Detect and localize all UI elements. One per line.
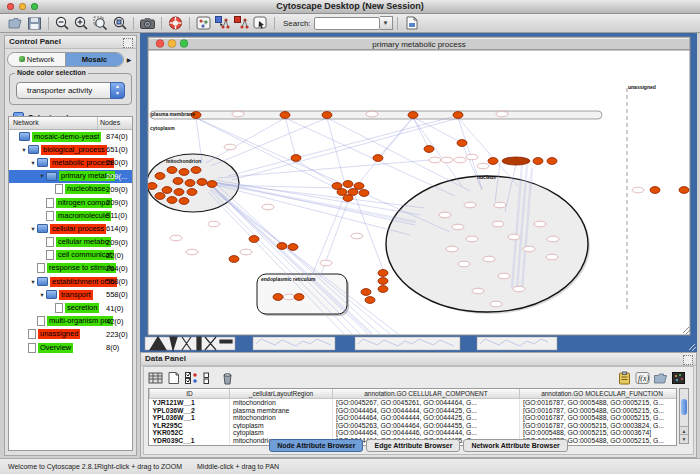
- node[interactable]: [378, 286, 388, 293]
- label-node[interactable]: [523, 246, 535, 252]
- unselect-attributes-icon[interactable]: [202, 371, 217, 385]
- attribute-matrix-icon[interactable]: [148, 371, 163, 385]
- label-node[interactable]: [466, 236, 478, 242]
- label-node[interactable]: [513, 286, 525, 292]
- node[interactable]: [488, 158, 498, 165]
- select-attributes-icon[interactable]: [184, 371, 199, 385]
- tree-row[interactable]: cell communicat22(0): [9, 249, 132, 262]
- label-node[interactable]: [170, 235, 182, 241]
- tab-network-attribute-browser[interactable]: Network Attribute Browser: [463, 439, 567, 452]
- node[interactable]: [322, 112, 332, 119]
- frame-close-icon[interactable]: [156, 40, 164, 48]
- node[interactable]: [424, 146, 434, 153]
- label-node[interactable]: [186, 249, 198, 255]
- node[interactable]: [167, 197, 177, 204]
- label-node[interactable]: [446, 246, 458, 252]
- label-node[interactable]: [366, 111, 378, 117]
- delete-attribute-icon[interactable]: [220, 371, 235, 385]
- tree-row[interactable]: ▼establishment of lo558(0): [9, 275, 132, 288]
- create-attribute-icon[interactable]: [166, 371, 181, 385]
- label-node[interactable]: [546, 254, 558, 260]
- tree-row[interactable]: ▼cellular process614(0): [9, 222, 132, 235]
- label-node[interactable]: [439, 212, 451, 218]
- function-builder-icon[interactable]: f(x): [635, 371, 650, 385]
- node[interactable]: [408, 112, 418, 119]
- tab-edge-attribute-browser[interactable]: Edge Attribute Browser: [366, 439, 460, 452]
- node[interactable]: [378, 270, 388, 277]
- label-node[interactable]: [320, 260, 332, 266]
- tree-row[interactable]: ▼biological_process651(0): [9, 143, 132, 156]
- node[interactable]: [173, 178, 183, 185]
- node[interactable]: [185, 180, 195, 187]
- search-combo-arrow[interactable]: ▼: [380, 16, 393, 30]
- float-panel-icon[interactable]: [683, 355, 693, 365]
- label-node[interactable]: [498, 273, 510, 279]
- label-node[interactable]: [458, 261, 470, 267]
- label-node[interactable]: [534, 221, 546, 227]
- float-panel-icon[interactable]: [123, 38, 133, 48]
- node[interactable]: [179, 198, 189, 205]
- background-window-strip[interactable]: [253, 337, 335, 350]
- tree-row[interactable]: response to stimulu264(0): [9, 262, 132, 275]
- node[interactable]: [533, 158, 543, 165]
- annotation-tool-icon[interactable]: [252, 15, 269, 31]
- node[interactable]: [207, 181, 217, 188]
- node[interactable]: [365, 297, 375, 304]
- attribute-row[interactable]: YKR052Ccytoplasm[GO:0044464, GO:0044446,…: [150, 429, 678, 437]
- node[interactable]: [280, 112, 290, 119]
- label-node[interactable]: [240, 249, 252, 255]
- label-node[interactable]: [224, 144, 236, 150]
- dropdown-stepper-icon[interactable]: ▲▼: [110, 82, 125, 99]
- label-node[interactable]: [494, 202, 506, 208]
- node[interactable]: [294, 294, 304, 301]
- tree-row[interactable]: mosaic-demo-yeast874(0): [9, 130, 132, 143]
- scrollbar-thumb[interactable]: [681, 399, 687, 415]
- tree-row[interactable]: nitrogen compo209(0): [9, 196, 132, 209]
- node[interactable]: [343, 195, 353, 202]
- label-node[interactable]: [283, 294, 295, 300]
- attribute-row[interactable]: YPL036W__2plasma membrane[GO:0044464, GO…: [150, 407, 678, 415]
- tree-row[interactable]: Overview8(0): [9, 341, 132, 354]
- node[interactable]: [155, 173, 165, 180]
- attribute-row[interactable]: YLR295Ccytoplasm[GO:0045263, GO:0044464,…: [150, 422, 678, 430]
- node[interactable]: [191, 167, 201, 174]
- node[interactable]: [337, 189, 347, 196]
- node[interactable]: [288, 244, 298, 251]
- node[interactable]: [361, 289, 371, 296]
- frame-zoom-icon[interactable]: [180, 40, 188, 48]
- tree-row[interactable]: nucleobase-209(0): [9, 183, 132, 196]
- node[interactable]: [147, 183, 157, 190]
- label-node[interactable]: [477, 163, 489, 169]
- node[interactable]: [354, 183, 364, 190]
- node[interactable]: [162, 187, 172, 194]
- label-node[interactable]: [490, 301, 502, 307]
- background-window-strip[interactable]: [477, 337, 557, 350]
- tree-row[interactable]: cellular metabo209(0): [9, 236, 132, 249]
- tab-mosaic[interactable]: Mosaic: [65, 53, 123, 66]
- tree-row[interactable]: macromolecule311(0): [9, 209, 132, 222]
- tab-node-attribute-browser[interactable]: Node Attribute Browser: [269, 439, 363, 452]
- zoom-fit-icon[interactable]: [92, 15, 109, 31]
- zoom-out-icon[interactable]: [54, 15, 71, 31]
- create-network-view-icon[interactable]: [195, 15, 212, 31]
- tree-row[interactable]: multi-organism pro42(0): [9, 315, 132, 328]
- tab-network[interactable]: Network: [8, 53, 65, 66]
- import-attributes-folder-icon[interactable]: [653, 371, 668, 385]
- label-node[interactable]: [454, 157, 466, 163]
- node[interactable]: [187, 189, 197, 196]
- node[interactable]: [373, 155, 383, 162]
- tree-row[interactable]: ▼primary metabo209(...: [9, 170, 132, 183]
- label-node[interactable]: [262, 204, 274, 210]
- tree-row[interactable]: secretion41(0): [9, 301, 132, 314]
- node[interactable]: [291, 155, 301, 162]
- node[interactable]: [273, 294, 283, 301]
- attribute-batch-icon[interactable]: [671, 371, 686, 385]
- label-node[interactable]: [492, 221, 504, 227]
- node[interactable]: [249, 236, 259, 243]
- label-node[interactable]: [464, 202, 476, 208]
- label-node[interactable]: [452, 224, 464, 230]
- label-node[interactable]: [508, 234, 520, 240]
- label-node[interactable]: [351, 233, 363, 239]
- label-node[interactable]: [429, 157, 441, 163]
- apply-layout-icon[interactable]: [214, 15, 231, 31]
